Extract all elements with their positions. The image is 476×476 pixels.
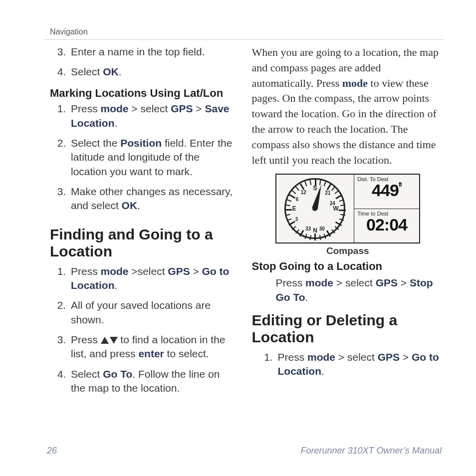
text: Press <box>71 334 101 345</box>
compass-tick-icon <box>310 180 312 185</box>
time-box: Time to Dest 02:04 <box>354 209 419 243</box>
list-item: Enter a name in the top field. <box>69 45 237 65</box>
compass-caption: Compass <box>275 245 420 256</box>
text: >select <box>129 265 168 277</box>
ok-label: OK <box>122 200 138 211</box>
page-number: 26 <box>47 446 57 456</box>
list-item: Press mode > select GPS > Go to Location… <box>276 350 444 385</box>
text: . <box>115 279 118 291</box>
compass-dial: S N E W 12 21 24 30 33 3 6 <box>284 178 345 239</box>
compass-tick-icon <box>295 187 299 191</box>
right-column: When you are going to a location, the ma… <box>252 45 444 446</box>
compass-tick-icon <box>292 226 296 230</box>
compass-tick-icon <box>335 226 339 230</box>
text: Select the <box>71 137 120 149</box>
list-item: Select the Position field. Enter the lat… <box>69 136 237 185</box>
text: Press <box>278 351 308 363</box>
compass-num: 6 <box>296 196 299 202</box>
manual-title: Forerunner 310XT Owner’s Manual <box>301 446 442 456</box>
compass-tick-icon <box>315 180 316 187</box>
compass-tick-icon <box>339 210 346 211</box>
goto-label: Go To <box>103 368 132 380</box>
compass-tick-icon <box>287 219 292 221</box>
text: Press <box>276 277 306 288</box>
text: > <box>190 265 202 277</box>
compass-tick-icon <box>292 190 296 194</box>
heading-finding: Finding and Going to a Location <box>50 226 237 260</box>
list-item: Select Go To. Follow the line on the map… <box>69 367 237 402</box>
dist-value: 449ft <box>357 182 416 198</box>
text: to view these pages. On the compass, the… <box>252 77 437 166</box>
compass-tick-icon <box>341 205 346 207</box>
text: > <box>193 103 205 114</box>
compass-screen: S N E W 12 21 24 30 33 3 6 D <box>275 174 420 243</box>
compass-figure: S N E W 12 21 24 30 33 3 6 D <box>275 174 420 256</box>
compass-tick-icon <box>289 221 296 226</box>
compass-tick-icon <box>335 190 339 194</box>
continued-list: Enter a name in the top field. Select OK… <box>45 45 237 85</box>
heading-editing: Editing or Deleting a Location <box>252 312 444 346</box>
compass-tick-icon <box>305 182 307 187</box>
compass-num: 33 <box>305 226 311 231</box>
list-item: Select OK. <box>69 65 237 85</box>
text: > select <box>335 351 378 363</box>
compass-tick-icon <box>326 231 331 238</box>
list-item: All of your saved locations are shown. <box>69 298 237 333</box>
page-footer: 26 Forerunner 310XT Owner’s Manual <box>45 446 444 456</box>
compass-num: 3 <box>295 217 298 222</box>
gps-label: GPS <box>168 265 190 277</box>
text: . <box>137 200 140 211</box>
up-arrow-icon <box>101 337 109 344</box>
finding-list: Press mode >select GPS > Go to Location.… <box>45 264 237 402</box>
compass-data-area: Dist. To Dest 449ft Time to Dest 02:04 <box>354 175 419 242</box>
compass-num: 12 <box>301 189 306 195</box>
compass-tick-icon <box>287 200 292 202</box>
compass-e: E <box>292 205 296 212</box>
text: Select <box>71 368 103 380</box>
text: > <box>398 277 410 288</box>
text: Press <box>71 103 101 114</box>
down-arrow-icon <box>110 337 118 344</box>
compass-dial-area: S N E W 12 21 24 30 33 3 6 <box>276 175 354 242</box>
intro-paragraph: When you are going to a location, the ma… <box>252 45 444 168</box>
text: Press <box>71 265 101 277</box>
text: . <box>115 117 118 129</box>
compass-tick-icon <box>331 230 335 234</box>
dist-unit: ft <box>399 181 402 188</box>
text: . <box>305 291 308 303</box>
list-item: Press mode >select GPS > Go to Location. <box>69 264 237 299</box>
compass-num: 24 <box>330 200 335 206</box>
compass-tick-icon <box>289 194 296 199</box>
position-label: Position <box>120 137 162 149</box>
gps-label: GPS <box>378 351 400 363</box>
list-item: Make other changes as necessary, and sel… <box>69 185 237 219</box>
content-columns: Enter a name in the top field. Select OK… <box>45 45 444 446</box>
text: to select. <box>164 348 209 359</box>
dist-number: 449 <box>372 181 399 200</box>
compass-tick-icon <box>299 230 304 237</box>
stop-body: Press mode > select GPS > Stop Go To. <box>252 275 444 305</box>
compass-tick-icon <box>339 219 344 221</box>
compass-w: W <box>333 205 339 212</box>
marking-list: Press mode > select GPS > Save Location.… <box>45 102 237 219</box>
compass-tick-icon <box>335 222 342 227</box>
text: > <box>400 351 412 363</box>
compass-tick-icon <box>285 209 292 211</box>
mode-label: mode <box>307 351 335 363</box>
compass-num: 30 <box>319 226 325 231</box>
left-column: Enter a name in the top field. Select OK… <box>45 45 237 446</box>
subheading-marking: Marking Locations Using Lat/Lon <box>50 86 237 100</box>
compass-tick-icon <box>295 230 299 234</box>
text: > select <box>129 103 171 114</box>
compass-tick-icon <box>336 195 343 200</box>
gps-label: GPS <box>376 277 398 288</box>
dist-box: Dist. To Dest 449ft <box>354 175 419 209</box>
compass-tick-icon <box>319 235 321 240</box>
editing-list: Press mode > select GPS > Go to Location… <box>252 350 444 385</box>
text: Select <box>71 66 103 77</box>
gps-label: GPS <box>171 103 193 114</box>
mode-label: mode <box>342 77 368 89</box>
text: . <box>321 365 324 377</box>
compass-tick-icon <box>305 234 307 239</box>
compass-num: 21 <box>325 190 330 195</box>
